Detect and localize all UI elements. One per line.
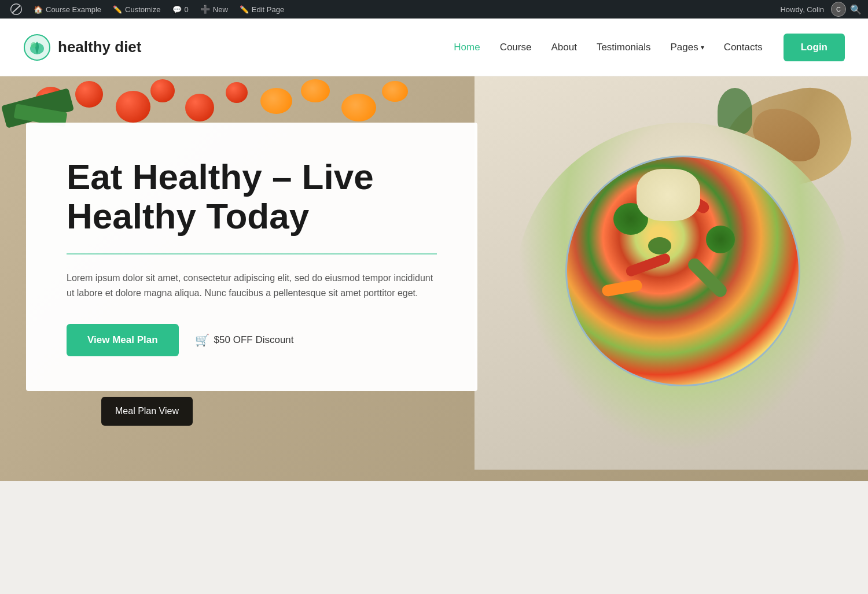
svg-point-3: [31, 42, 36, 48]
hero-food-image: [475, 76, 868, 470]
carrot-decoration: [260, 88, 292, 114]
admin-bar-customize[interactable]: ✏️ Customize: [107, 0, 166, 19]
nav-course[interactable]: Course: [492, 37, 540, 58]
nav-testimonials[interactable]: Testimonials: [589, 37, 659, 58]
admin-bar: 🏠 Course Example ✏️ Customize 💬 0 ➕ New …: [0, 0, 868, 19]
nav-pages[interactable]: Pages ▾: [662, 37, 712, 58]
admin-bar-left: 🏠 Course Example ✏️ Customize 💬 0 ➕ New …: [5, 0, 775, 19]
comment-icon: 💬: [172, 5, 182, 14]
admin-bar-comments-count: 0: [185, 5, 189, 14]
hero-actions: View Meal Plan 🛒 $50 OFF Discount: [67, 324, 437, 356]
customize-icon: ✏️: [113, 5, 122, 14]
admin-bar-site-name[interactable]: 🏠 Course Example: [28, 0, 107, 19]
herb: [648, 237, 671, 254]
nav-home[interactable]: Home: [446, 37, 488, 58]
hero-content-card: Eat Healthy – Live Healthy Today Lorem i…: [26, 123, 477, 391]
login-button[interactable]: Login: [784, 34, 845, 61]
carrot-decoration: [341, 94, 376, 121]
tomato-decoration: [226, 82, 248, 103]
admin-bar-wp-logo[interactable]: [5, 0, 28, 19]
admin-bar-new-label: New: [213, 5, 228, 14]
nav-about[interactable]: About: [543, 37, 584, 58]
logo-text: healthy diet: [58, 38, 141, 56]
zucchini: [686, 256, 730, 300]
plus-icon: ➕: [200, 5, 210, 14]
wordpress-icon: [10, 3, 22, 15]
home-icon: 🏠: [34, 5, 43, 14]
discount-badge: 🛒 $50 OFF Discount: [195, 333, 294, 347]
tomato-decoration: [116, 91, 150, 123]
admin-bar-site-label: Course Example: [46, 5, 101, 14]
admin-bar-new[interactable]: ➕ New: [194, 0, 234, 19]
meal-plan-popup: Meal Plan View: [101, 397, 193, 426]
quinoa: [637, 169, 700, 221]
site-header: healthy diet Home Course About Testimoni…: [0, 19, 868, 76]
tomato-decoration: [75, 81, 103, 108]
salad-bowl-outer: [515, 123, 851, 452]
red-pepper-2: [624, 252, 671, 278]
carrot-decoration: [382, 81, 408, 102]
edit-icon: ✏️: [240, 5, 249, 14]
tomato-decoration: [185, 94, 214, 121]
admin-bar-comments[interactable]: 💬 0: [167, 0, 194, 19]
hero-divider: [67, 253, 437, 254]
chevron-down-icon: ▾: [701, 43, 704, 51]
view-meal-plan-button[interactable]: View Meal Plan: [67, 324, 179, 356]
tomato-decoration: [150, 79, 175, 102]
carrot: [601, 279, 643, 297]
bottom-section: [0, 481, 868, 594]
admin-search-icon[interactable]: 🔍: [848, 2, 863, 17]
broccoli-2: [706, 226, 735, 253]
hero-headline: Eat Healthy – Live Healthy Today: [67, 157, 437, 236]
admin-bar-edit-label: Edit Page: [252, 5, 284, 14]
hero-section: Eat Healthy – Live Healthy Today Lorem i…: [0, 76, 868, 481]
admin-bar-edit-page[interactable]: ✏️ Edit Page: [234, 0, 290, 19]
admin-bar-right: Howdy, Colin C 🔍: [775, 2, 863, 17]
cart-icon: 🛒: [195, 333, 209, 347]
hero-description: Lorem ipsum dolor sit amet, consectetur …: [67, 271, 437, 300]
nav-contacts[interactable]: Contacts: [716, 37, 771, 58]
discount-label: $50 OFF Discount: [214, 334, 294, 346]
main-nav: Home Course About Testimonials Pages ▾ C…: [446, 34, 845, 61]
avatar[interactable]: C: [831, 2, 846, 17]
carrot-decoration: [301, 79, 330, 102]
site-logo[interactable]: healthy diet: [23, 34, 141, 61]
salad-bowl-inner: [565, 156, 800, 386]
admin-howdy: Howdy, Colin: [775, 5, 829, 14]
admin-bar-customize-label: Customize: [125, 5, 160, 14]
logo-icon: [23, 34, 51, 61]
